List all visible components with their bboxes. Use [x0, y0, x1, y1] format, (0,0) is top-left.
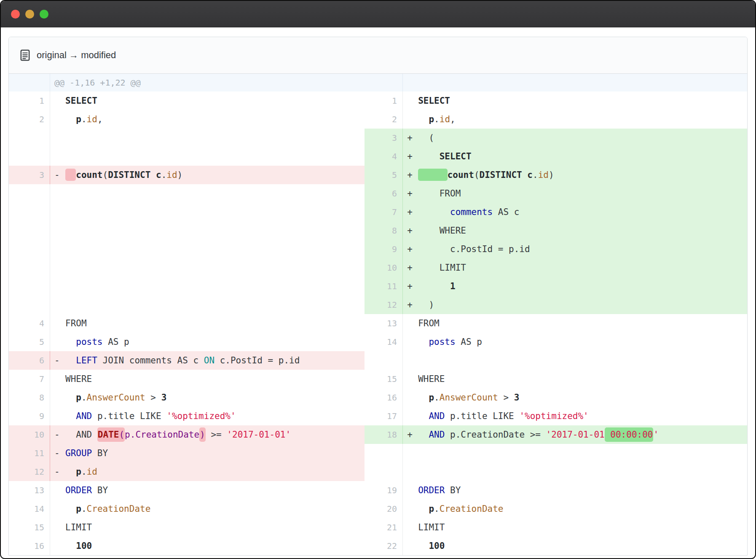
code-token	[150, 170, 156, 180]
change-marker-original	[50, 203, 65, 221]
change-marker-modified	[403, 481, 418, 500]
code-token: p	[429, 504, 434, 514]
line-number-modified: 1	[365, 91, 402, 110]
code-line-original: FROM	[65, 314, 365, 333]
change-marker-original	[50, 370, 65, 388]
code-line-modified	[418, 444, 747, 462]
line-number-original	[9, 277, 50, 296]
code-token: 100	[76, 541, 92, 551]
code-token: p	[429, 392, 434, 403]
code-token	[418, 430, 429, 440]
code-line-original	[65, 277, 365, 296]
change-marker-original	[50, 147, 65, 166]
change-marker-modified	[403, 444, 418, 462]
line-number-original: 5	[9, 333, 50, 351]
code-token: GROUP	[65, 448, 92, 458]
code-token	[418, 541, 429, 551]
code-token: (	[103, 170, 108, 180]
code-token	[65, 114, 76, 124]
line-number-original: 13	[9, 481, 50, 500]
line-number-modified: 15	[365, 370, 402, 388]
line-number-modified	[365, 351, 402, 370]
code-line-modified: LIMIT	[418, 258, 747, 277]
line-number-original	[9, 129, 50, 147]
code-line-modified: ORDER BY	[418, 481, 747, 500]
change-marker-modified: +	[403, 221, 418, 240]
line-number-original: 12	[9, 462, 50, 481]
change-marker-modified	[403, 462, 418, 481]
code-token: c.PostId = p.id	[418, 244, 530, 254]
file-title: original → modified	[37, 50, 116, 61]
change-marker-modified	[403, 518, 418, 537]
code-token: )	[549, 170, 554, 180]
code-token	[418, 207, 450, 217]
window-body: original → modified @@ -1,16 +1,22 @@ 1S…	[1, 27, 755, 556]
close-button[interactable]	[11, 10, 20, 19]
code-token: LIMIT	[418, 263, 466, 273]
maximize-button[interactable]	[40, 10, 48, 19]
hunk-header-text: @@ -1,16 +1,22 @@	[50, 74, 365, 91]
code-token: posts	[76, 337, 102, 347]
code-token: BY	[92, 485, 108, 495]
code-token: LIMIT	[418, 522, 445, 532]
line-number-modified: 22	[365, 537, 402, 555]
code-token: posts	[429, 337, 455, 347]
code-token: count	[448, 170, 474, 180]
line-number-original: 11	[9, 444, 50, 462]
code-line-original: WHERE	[65, 370, 365, 388]
line-number-modified: 5	[365, 166, 402, 184]
inline-change-highlight: )	[199, 427, 206, 442]
code-line-modified: c.PostId = p.id	[418, 240, 747, 258]
line-number-original: 10	[9, 425, 50, 444]
code-token	[65, 541, 76, 551]
change-marker-modified	[403, 110, 418, 129]
code-line-original: GROUP BY	[65, 444, 365, 462]
inline-change-highlight: 00:00:00	[605, 427, 654, 442]
change-marker-modified: +	[403, 147, 418, 166]
code-line-original	[65, 203, 365, 221]
change-marker-original	[50, 537, 65, 555]
document-icon	[20, 49, 30, 61]
code-token: 1	[450, 281, 456, 291]
code-token: c	[156, 170, 161, 180]
code-token: >	[145, 392, 161, 403]
change-marker-original	[50, 333, 65, 351]
line-number-modified: 8	[365, 221, 402, 240]
line-number-original	[9, 258, 50, 277]
code-line-modified: (	[418, 129, 747, 147]
code-token: DISTINCT	[480, 170, 522, 180]
code-token	[65, 504, 76, 514]
code-line-modified: p.CreationDate	[418, 500, 747, 518]
code-token: ORDER	[65, 485, 92, 495]
code-token: AND	[65, 430, 97, 440]
code-token	[65, 337, 76, 347]
code-token: .	[81, 392, 87, 403]
code-line-original	[65, 184, 365, 203]
change-marker-original	[50, 129, 65, 147]
inline-change-highlight: DATE(	[97, 427, 125, 442]
code-token: .	[161, 170, 167, 180]
line-number-original	[9, 203, 50, 221]
change-marker-original: -	[50, 462, 65, 481]
change-marker-original	[50, 407, 65, 425]
change-marker-modified: +	[403, 277, 418, 296]
minimize-button[interactable]	[25, 10, 34, 19]
line-number-modified: 9	[365, 240, 402, 258]
code-token: >=	[206, 430, 227, 440]
code-token: p	[76, 504, 81, 514]
code-token: '2017-01-01	[546, 430, 605, 440]
change-marker-modified: +	[403, 425, 418, 444]
code-token: (	[418, 133, 434, 143]
code-token	[65, 411, 76, 421]
line-number-modified: 7	[365, 203, 402, 221]
code-token: id	[440, 114, 450, 124]
line-number-original: 7	[9, 370, 50, 388]
code-token: )	[418, 300, 434, 310]
change-marker-original	[50, 221, 65, 240]
code-token: p.CreationDate	[125, 430, 199, 440]
code-token: '%optimized%'	[166, 411, 236, 421]
code-line-original	[65, 147, 365, 166]
code-token: id	[166, 170, 177, 180]
code-token: p	[76, 392, 81, 403]
change-marker-original	[50, 388, 65, 407]
